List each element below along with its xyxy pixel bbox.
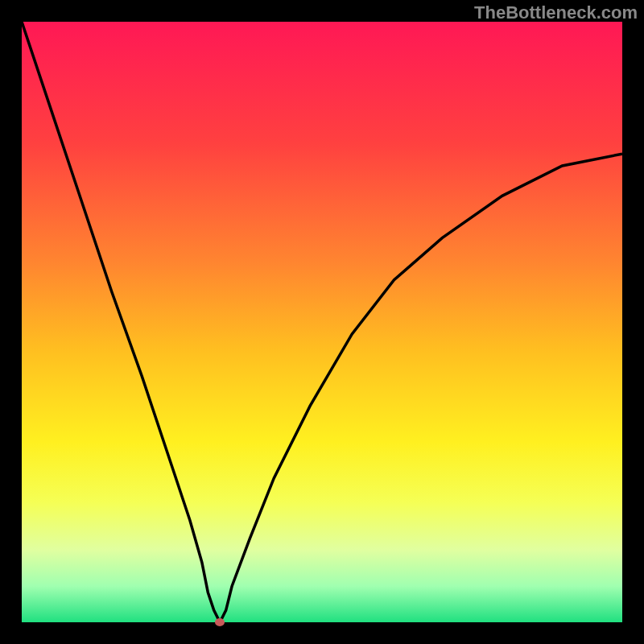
chart-plot-area <box>22 22 622 622</box>
watermark-text: TheBottleneck.com <box>474 2 638 23</box>
bottleneck-curve <box>22 22 622 622</box>
optimal-point-marker <box>215 618 225 626</box>
